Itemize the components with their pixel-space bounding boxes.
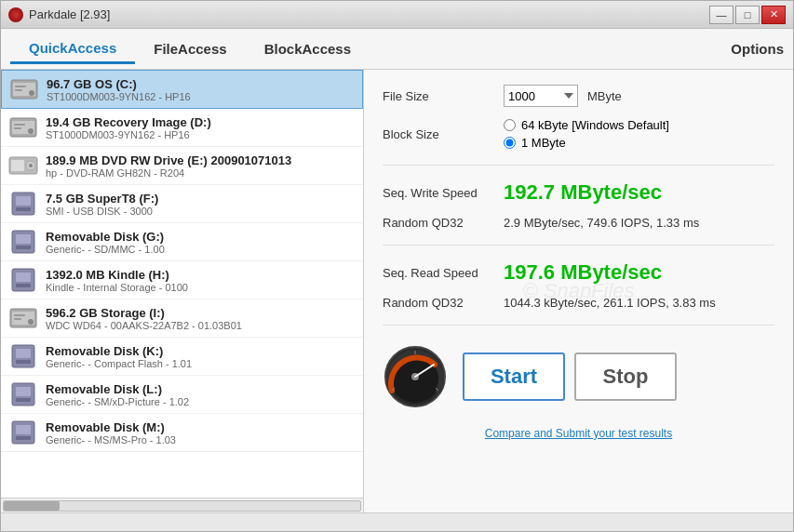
drive-text-m: Removable Disk (M:) Generic- - MS/MS-Pro… xyxy=(46,420,176,446)
hdd-icon-d xyxy=(8,114,38,140)
drive-item-c[interactable]: 96.7 GB OS (C:) ST1000DM003-9YN162 - HP1… xyxy=(1,70,363,109)
stop-button[interactable]: Stop xyxy=(574,352,677,401)
file-size-label: File Size xyxy=(383,89,494,103)
removable-icon-g xyxy=(8,229,38,255)
drive-name-e: 189.9 MB DVD RW Drive (E:) 200901071013 xyxy=(46,153,291,167)
compare-row: Compare and Submit your test results xyxy=(383,426,774,440)
svg-rect-4 xyxy=(15,89,22,91)
drive-name-g: Removable Disk (G:) xyxy=(46,230,165,244)
scroll-thumb xyxy=(4,501,60,511)
svg-point-2 xyxy=(29,90,34,96)
horizontal-scrollbar[interactable] xyxy=(1,498,363,512)
drive-item-l[interactable]: Removable Disk (L:) Generic- - SM/xD-Pic… xyxy=(1,376,363,414)
options-button[interactable]: Options xyxy=(731,41,784,57)
seq-write-row: Seq. Write Speed 192.7 MByte/sec xyxy=(383,180,774,205)
removable-icon-h xyxy=(8,267,38,293)
random-write-value: 2.9 MByte/sec, 749.6 IOPS, 1.33 ms xyxy=(504,216,699,230)
drive-item-d[interactable]: 19.4 GB Recovery Image (D:) ST1000DM003-… xyxy=(1,109,363,147)
drive-name-f: 7.5 GB SuperT8 (F:) xyxy=(46,192,158,206)
drive-text-g: Removable Disk (G:) Generic- - SD/MMC - … xyxy=(46,230,165,255)
drive-name-k: Removable Disk (K:) xyxy=(46,344,192,358)
left-panel: 96.7 GB OS (C:) ST1000DM003-9YN162 - HP1… xyxy=(1,70,364,512)
speedometer-gauge xyxy=(383,344,448,409)
svg-rect-15 xyxy=(16,196,31,206)
tab-file-access[interactable]: FileAccess xyxy=(135,35,245,62)
svg-rect-19 xyxy=(16,246,31,249)
svg-rect-35 xyxy=(16,425,31,434)
drive-item-h[interactable]: 1392.0 MB Kindle (H:) Kindle - Internal … xyxy=(1,261,363,299)
drive-name-i: 596.2 GB Storage (I:) xyxy=(46,306,242,320)
removable-icon-m xyxy=(8,419,38,446)
tab-quick-access[interactable]: QuickAccess xyxy=(10,34,135,64)
block-1m-radio[interactable] xyxy=(504,137,516,149)
app-icon xyxy=(8,7,23,22)
start-button[interactable]: Start xyxy=(463,352,565,401)
removable-icon-l xyxy=(8,381,38,407)
block-size-options: 64 kByte [Windows Default] 1 MByte xyxy=(504,118,669,150)
titlebar-left: Parkdale [2.93] xyxy=(8,7,110,22)
seq-read-row: Seq. Read Speed 197.6 MByte/sec xyxy=(383,260,774,285)
main-window: Parkdale [2.93] — □ ✕ QuickAccess FileAc… xyxy=(0,0,794,532)
drive-item-i[interactable]: 596.2 GB Storage (I:) WDC WD64 - 00AAKS-… xyxy=(1,299,363,338)
svg-rect-36 xyxy=(16,436,31,440)
drive-desc-l: Generic- - SM/xD-Picture - 1.02 xyxy=(46,396,189,407)
block-64k-row: 64 kByte [Windows Default] xyxy=(504,118,669,132)
right-panel: © SnapFiles File Size 1000 100 500 MByte… xyxy=(364,70,793,512)
drive-name-h: 1392.0 MB Kindle (H:) xyxy=(46,268,188,282)
svg-rect-11 xyxy=(11,160,24,171)
drive-name-l: Removable Disk (L:) xyxy=(46,382,189,396)
drive-item-m[interactable]: Removable Disk (M:) Generic- - MS/MS-Pro… xyxy=(1,414,363,452)
minimize-button[interactable]: — xyxy=(709,6,733,24)
svg-rect-30 xyxy=(16,360,31,364)
drive-item-k[interactable]: Removable Disk (K:) Generic- - Compact F… xyxy=(1,338,363,376)
drive-item-g[interactable]: Removable Disk (G:) Generic- - SD/MMC - … xyxy=(1,223,363,261)
compare-link[interactable]: Compare and Submit your test results xyxy=(485,427,672,440)
drive-desc-c: ST1000DM003-9YN162 - HP16 xyxy=(47,91,191,102)
action-buttons: Start Stop xyxy=(463,352,677,401)
drive-desc-d: ST1000DM003-9YN162 - HP16 xyxy=(46,129,211,140)
divider-1 xyxy=(383,165,774,166)
block-64k-radio[interactable] xyxy=(504,119,516,131)
drive-desc-g: Generic- - SD/MMC - 1.00 xyxy=(46,244,165,255)
file-size-unit: MByte xyxy=(587,89,622,103)
drive-item-f[interactable]: 7.5 GB SuperT8 (F:) SMI - USB DISK - 300… xyxy=(1,185,363,223)
svg-rect-3 xyxy=(15,86,26,87)
maximize-button[interactable]: □ xyxy=(735,6,760,24)
hdd-icon-c xyxy=(9,76,39,102)
drive-desc-e: hp - DVD-RAM GH82N - R204 xyxy=(46,167,291,179)
usb-icon-f xyxy=(8,191,38,217)
drive-item-e[interactable]: 189.9 MB DVD RW Drive (E:) 200901071013 … xyxy=(1,147,363,185)
drive-name-m: Removable Disk (M:) xyxy=(46,420,176,434)
drive-text-f: 7.5 GB SuperT8 (F:) SMI - USB DISK - 300… xyxy=(46,192,158,217)
svg-rect-27 xyxy=(14,318,21,320)
drive-text-c: 96.7 GB OS (C:) ST1000DM003-9YN162 - HP1… xyxy=(47,77,191,102)
svg-rect-22 xyxy=(16,284,31,287)
random-read-row: Random QD32 1044.3 kByte/sec, 261.1 IOPS… xyxy=(383,296,774,310)
main-content: 96.7 GB OS (C:) ST1000DM003-9YN162 - HP1… xyxy=(1,70,793,512)
block-1m-row: 1 MByte xyxy=(504,136,669,150)
drive-desc-f: SMI - USB DISK - 3000 xyxy=(46,206,158,217)
tab-block-access[interactable]: BlockAccess xyxy=(246,35,370,62)
drive-desc-h: Kindle - Internal Storage - 0100 xyxy=(46,282,188,293)
block-size-row: Block Size 64 kByte [Windows Default] 1 … xyxy=(383,118,774,150)
svg-rect-9 xyxy=(14,127,21,129)
window-title: Parkdale [2.93] xyxy=(29,7,110,21)
seq-write-value: 192.7 MByte/sec xyxy=(504,180,662,205)
svg-rect-16 xyxy=(16,207,31,211)
file-size-select[interactable]: 1000 100 500 xyxy=(504,85,578,107)
drive-text-l: Removable Disk (L:) Generic- - SM/xD-Pic… xyxy=(46,382,189,407)
removable-icon-k xyxy=(8,343,38,369)
svg-rect-29 xyxy=(16,349,31,358)
navbar: QuickAccess FileAccess BlockAccess Optio… xyxy=(1,29,793,70)
drive-text-h: 1392.0 MB Kindle (H:) Kindle - Internal … xyxy=(46,268,188,293)
block-64k-label[interactable]: 64 kByte [Windows Default] xyxy=(521,118,669,132)
divider-2 xyxy=(383,245,774,246)
divider-3 xyxy=(383,325,774,326)
block-1m-label[interactable]: 1 MByte xyxy=(521,136,566,150)
titlebar-buttons: — □ ✕ xyxy=(709,6,786,24)
seq-read-label: Seq. Read Speed xyxy=(383,266,494,280)
close-button[interactable]: ✕ xyxy=(761,6,786,24)
random-read-value: 1044.3 kByte/sec, 261.1 IOPS, 3.83 ms xyxy=(504,296,716,310)
block-size-label: Block Size xyxy=(383,127,494,141)
drive-text-i: 596.2 GB Storage (I:) WDC WD64 - 00AAKS-… xyxy=(46,306,242,331)
